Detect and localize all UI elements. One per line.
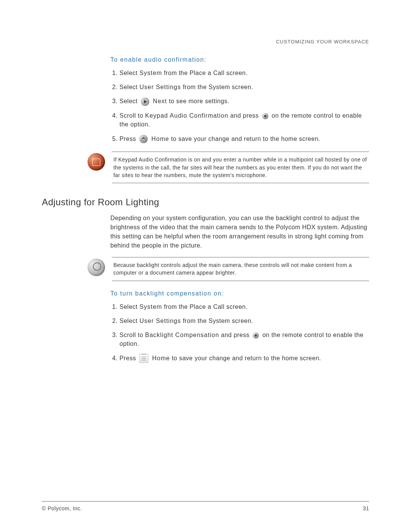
note-text: Because backlight controls adjust the ma… bbox=[112, 257, 369, 281]
step: Select User Settings from the System scr… bbox=[119, 83, 369, 91]
step: Press Home to save your change and retur… bbox=[119, 354, 369, 363]
steps-audio-confirmation: Select System from the Place a Call scre… bbox=[110, 69, 369, 143]
page-number: 31 bbox=[363, 505, 369, 511]
home-button-icon bbox=[139, 135, 148, 143]
step: Select System from the Place a Call scre… bbox=[119, 302, 369, 311]
info-icon bbox=[88, 259, 105, 276]
body-content: To enable audio confirmation: Select Sys… bbox=[110, 56, 369, 363]
step: Press Home to save your change and retur… bbox=[119, 134, 369, 144]
section-heading-room-lighting: Adjusting for Room Lighting bbox=[42, 197, 369, 208]
footer-copyright: © Polycom, Inc. bbox=[42, 505, 82, 511]
steps-backlight: Select System from the Place a Call scre… bbox=[110, 302, 369, 363]
page: CUSTOMIZING YOUR WORKSPACE To enable aud… bbox=[0, 0, 411, 532]
paragraph: Depending on your system configuration, … bbox=[110, 214, 369, 250]
page-footer: © Polycom, Inc. 31 bbox=[42, 501, 369, 511]
step: Scroll to Keypad Audio Confirmation and … bbox=[119, 111, 369, 129]
warning-icon bbox=[88, 153, 105, 171]
procedure-title-audio-confirmation: To enable audio confirmation: bbox=[110, 56, 369, 63]
warning-note: If Keypad Audio Confirmation is on and y… bbox=[88, 152, 369, 183]
info-note: Because backlight controls adjust the ma… bbox=[88, 257, 369, 281]
step: Select System from the Place a Call scre… bbox=[119, 69, 369, 77]
note-text: If Keypad Audio Confirmation is on and y… bbox=[112, 152, 369, 183]
step: Select User Settings from the System scr… bbox=[119, 316, 369, 325]
select-dot-icon bbox=[253, 332, 259, 339]
home-list-button-icon bbox=[139, 354, 148, 363]
select-dot-icon bbox=[262, 113, 268, 119]
running-header: CUSTOMIZING YOUR WORKSPACE bbox=[276, 39, 369, 45]
next-arrow-icon bbox=[141, 97, 149, 106]
procedure-title-backlight: To turn backlight compensation on: bbox=[110, 290, 369, 297]
step: Scroll to Backlight Compensation and pre… bbox=[119, 331, 369, 348]
step: Select Next to see more settings. bbox=[119, 97, 369, 106]
